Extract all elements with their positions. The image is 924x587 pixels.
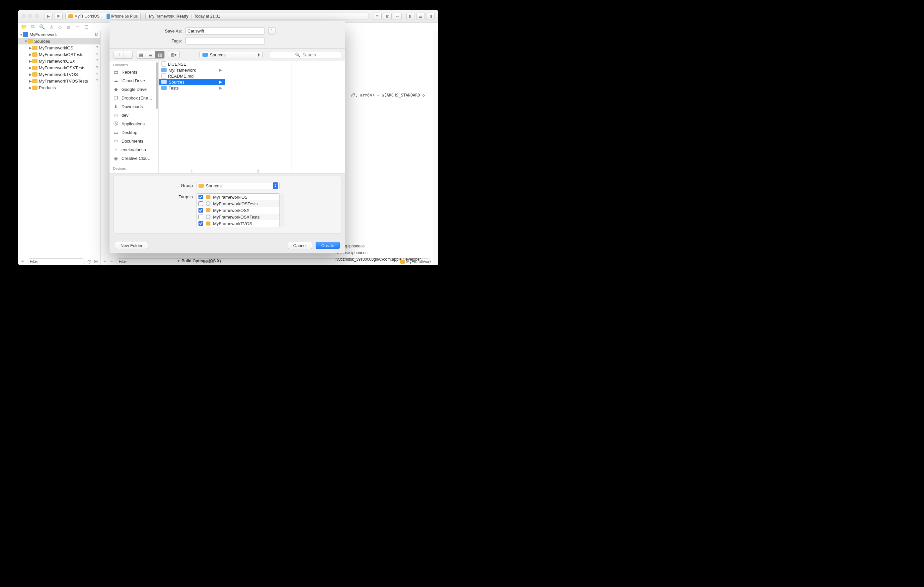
add-button[interactable]: ＋ bbox=[20, 258, 25, 264]
tree-folder-row[interactable]: ▶MyFrameworkOSX? bbox=[18, 58, 100, 64]
scm-status: ? bbox=[94, 59, 98, 63]
view-mode-segment[interactable]: ▦ ≣ ▥ bbox=[136, 51, 165, 59]
favorite-item[interactable]: ☁iCloud Drive bbox=[109, 76, 158, 85]
sheet-search-field[interactable]: 🔍 Search bbox=[270, 51, 341, 58]
list-view-icon[interactable]: ≣ bbox=[146, 51, 155, 58]
tree-folder-row[interactable]: ▶MyFrameworkTVOS? bbox=[18, 71, 100, 77]
target-row[interactable]: MyFrameworkOSX bbox=[196, 207, 279, 214]
find-navigator-icon[interactable]: 🔍 bbox=[39, 24, 45, 30]
back-button[interactable]: 〈 bbox=[114, 51, 123, 58]
target-checkbox[interactable] bbox=[198, 195, 203, 199]
editor-assistant-button[interactable]: ◐ bbox=[383, 13, 392, 20]
icon-view-icon[interactable]: ▦ bbox=[136, 51, 146, 58]
project-navigator-icon[interactable]: 📁 bbox=[21, 24, 26, 30]
folder-icon bbox=[32, 86, 38, 90]
favorites-scrollbar[interactable] bbox=[156, 62, 158, 109]
file-row[interactable]: README.md bbox=[158, 73, 225, 79]
file-row[interactable]: MyFramework▶ bbox=[158, 67, 225, 73]
save-as-input[interactable] bbox=[185, 27, 265, 35]
target-checkbox[interactable] bbox=[198, 201, 203, 206]
run-button[interactable]: ▶ bbox=[44, 13, 53, 20]
file-row[interactable]: Tests▶ bbox=[158, 85, 225, 91]
tree-folder-row[interactable]: ▶MyFrameworkOSXTests? bbox=[18, 64, 100, 71]
tree-folder-row[interactable]: ▶MyFrameworkiOSTests? bbox=[18, 51, 100, 58]
editor-version-button[interactable]: ↔ bbox=[393, 13, 402, 20]
file-row[interactable]: LICENSE bbox=[158, 61, 225, 67]
test-navigator-icon[interactable]: ◇ bbox=[58, 24, 62, 30]
toolbox-icon bbox=[206, 208, 210, 212]
path-popup-label: Sources bbox=[210, 53, 226, 58]
debug-navigator-icon[interactable]: ≣ bbox=[67, 24, 71, 30]
search-icon: 🔍 bbox=[295, 53, 300, 58]
favorite-item[interactable]: ▭Documents bbox=[109, 136, 158, 145]
scm-filter-icon[interactable]: ⊞ bbox=[94, 259, 98, 264]
folder-icon: ▭ bbox=[113, 112, 119, 118]
favorite-item[interactable]: ⒶApplications bbox=[109, 119, 158, 128]
stop-button[interactable]: ■ bbox=[54, 13, 63, 20]
column-resize-handle[interactable]: || bbox=[257, 169, 259, 173]
editor-standard-button[interactable]: ≡ bbox=[373, 13, 382, 20]
section-header[interactable]: ▼Build Options (OS X) bbox=[177, 259, 221, 263]
favorite-item[interactable]: ⬇Downloads bbox=[109, 102, 158, 111]
issue-navigator-icon[interactable]: ⚠ bbox=[50, 24, 54, 30]
report-navigator-icon[interactable]: ☰ bbox=[84, 24, 89, 30]
target-row[interactable]: MyFrameworkTVOS bbox=[196, 220, 279, 227]
toggle-bottom-panel-button[interactable]: ⬓ bbox=[416, 13, 425, 20]
window-traffic-lights[interactable] bbox=[21, 14, 39, 18]
arrange-button[interactable]: ▦▾ bbox=[168, 51, 180, 58]
project-navigator: ▼ MyFramework M ▼ Sources ▶MyFrameworkiO… bbox=[18, 31, 101, 265]
scheme-target-label: MyFr…orkiOS bbox=[74, 14, 99, 18]
favorite-item[interactable]: ◆Google Drive bbox=[109, 85, 158, 94]
favorite-item[interactable]: ❒Dropbox (Ene… bbox=[109, 94, 158, 102]
add-button[interactable]: ＋ bbox=[102, 258, 107, 264]
favorite-item[interactable]: ▤Recents bbox=[109, 67, 158, 76]
forward-button[interactable]: 〉 bbox=[123, 51, 132, 58]
search-placeholder: Search bbox=[302, 53, 316, 58]
file-browser: Favorites ▤Recents ☁iCloud Drive ◆Google… bbox=[109, 61, 345, 174]
collapse-sheet-button[interactable]: ˄ bbox=[268, 27, 276, 35]
target-checkbox[interactable] bbox=[198, 215, 203, 219]
folder-icon bbox=[28, 39, 33, 43]
activity-view: MyFramework: Ready Today at 21:31 bbox=[145, 13, 368, 20]
toggle-right-panel-button[interactable]: ◨ bbox=[426, 13, 435, 20]
toggle-left-panel-button[interactable]: ◧ bbox=[406, 13, 415, 20]
new-folder-button[interactable]: New Folder bbox=[115, 242, 148, 249]
column-view-icon[interactable]: ▥ bbox=[155, 51, 164, 58]
create-button[interactable]: Create bbox=[316, 242, 340, 249]
column-resize-handle[interactable]: || bbox=[191, 169, 193, 173]
favorite-item[interactable]: ▭Desktop bbox=[109, 128, 158, 136]
tree-project-row[interactable]: ▼ MyFramework M bbox=[18, 31, 100, 38]
target-checkbox[interactable] bbox=[198, 208, 203, 212]
scm-status: ? bbox=[94, 72, 98, 77]
targets-scrollbar[interactable] bbox=[280, 193, 284, 227]
scheme-selector[interactable]: MyFr…orkiOS 〉 iPhone 6s Plus bbox=[65, 13, 141, 20]
tree-folder-row[interactable]: ▼ Sources bbox=[18, 38, 100, 44]
tree-folder-row[interactable]: ▶MyFrameworkiOS? bbox=[18, 44, 100, 51]
symbol-navigator-icon[interactable]: ⧉ bbox=[31, 24, 35, 30]
path-popup[interactable]: Sources ▴▾ bbox=[200, 51, 262, 58]
tree-label: MyFrameworkTVOS bbox=[39, 72, 94, 77]
remove-button[interactable]: － bbox=[109, 258, 114, 264]
favorite-item[interactable]: ⌂enekoalonso bbox=[109, 145, 158, 154]
breakpoint-navigator-icon[interactable]: ▭ bbox=[75, 24, 80, 30]
downloads-icon: ⬇ bbox=[113, 104, 119, 109]
updown-icon: ▴▾ bbox=[273, 183, 278, 189]
favorites-sidebar: Favorites ▤Recents ☁iCloud Drive ◆Google… bbox=[109, 61, 158, 173]
tree-folder-row[interactable]: ▶Products bbox=[18, 84, 100, 91]
group-popup[interactable]: Sources ▴▾ bbox=[196, 182, 280, 189]
navigator-filter-input[interactable] bbox=[27, 258, 85, 264]
target-row[interactable]: MyFrameworkOSXTests bbox=[196, 214, 279, 220]
cancel-button[interactable]: Cancel bbox=[288, 242, 312, 249]
favorite-item[interactable]: ▭dev bbox=[109, 111, 158, 119]
clock-icon[interactable]: ◷ bbox=[87, 259, 92, 264]
toolbox-icon bbox=[68, 14, 73, 18]
tree-folder-row[interactable]: ▶MyFrameworkTVOSTests? bbox=[18, 77, 100, 84]
tags-input[interactable] bbox=[185, 37, 265, 44]
file-icon bbox=[161, 61, 166, 67]
target-row[interactable]: MyFrameworkiOS bbox=[196, 194, 279, 200]
editor-scrollbar[interactable] bbox=[433, 31, 438, 265]
target-checkbox[interactable] bbox=[198, 221, 203, 226]
file-row[interactable]: Sources▶ bbox=[158, 79, 225, 85]
favorite-item[interactable]: ◉Creative Clou… bbox=[109, 154, 158, 163]
target-row[interactable]: MyFrameworkiOSTests bbox=[196, 200, 279, 207]
